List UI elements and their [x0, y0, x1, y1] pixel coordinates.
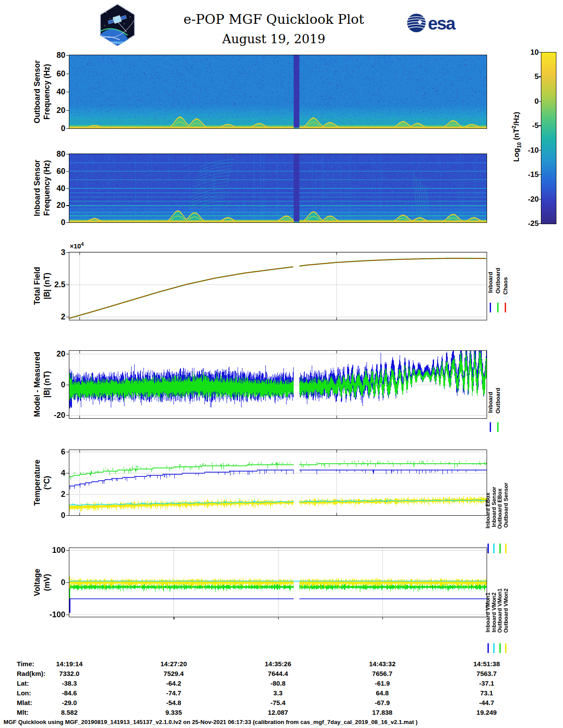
y-tick-mark — [66, 452, 69, 452]
x-tick-mark — [79, 450, 80, 453]
table-row-label-lon: Lon: — [17, 689, 31, 697]
legend-label-inboard-vmon2: Inboard VMon2 — [491, 592, 497, 632]
table-cell: -37.1 — [458, 679, 515, 687]
x-tick-mark — [336, 317, 337, 320]
y-tick-mark — [66, 171, 69, 172]
y-tick-label: 0 — [46, 218, 65, 227]
colorbar-tick-label: 10 — [524, 48, 539, 57]
table-cell: 73.1 — [458, 689, 515, 697]
y-tick-mark — [66, 55, 69, 56]
legend-label-chaos: Chaos — [502, 277, 509, 295]
table-cell: 14:35:26 — [249, 660, 307, 668]
y-tick-mark — [66, 154, 69, 154]
table-cell: 7644.4 — [249, 670, 307, 677]
table-row-label-mlt: Mlt: — [17, 709, 29, 716]
ylabel-outboard-spectrogram-1: Outboard Sensor — [33, 60, 42, 124]
legend-swatch-outboard — [497, 303, 499, 312]
inboard-spectrogram-canvas — [69, 154, 487, 222]
colorbar-tick-mark — [539, 125, 541, 126]
y-tick-mark — [66, 385, 69, 385]
table-cell: -61.9 — [354, 679, 411, 687]
footer-note: MGF Quicklook using MGF_20190819_141913_… — [4, 719, 418, 725]
table-row-label-mlat: Mlat: — [17, 699, 32, 706]
table-cell: -74.7 — [145, 689, 202, 697]
y-tick-label: 40 — [46, 87, 65, 97]
table-cell: -44.7 — [458, 699, 515, 706]
x-tick-mark — [79, 351, 80, 353]
y-tick-label: 20 — [46, 105, 65, 115]
x-tick-mark — [336, 513, 337, 515]
legend-swatch-inboard-ebox — [487, 544, 489, 553]
table-cell: 8.582 — [41, 709, 98, 716]
y-tick-mark — [66, 285, 69, 285]
y-tick-label: 40 — [46, 184, 65, 193]
y-tick-label: 2.5 — [46, 280, 65, 289]
colorbar-tick-mark — [539, 223, 541, 224]
table-cell: 3.3 — [249, 689, 307, 697]
esa-globe-icon — [407, 14, 426, 32]
ylabel-temperature-1: Temperature — [33, 460, 42, 506]
panel-inboard-spectrogram — [69, 154, 487, 223]
cassiope-mission-patch: CASSIOPE — [99, 4, 136, 46]
table-row-label-lat: Lat: — [17, 679, 29, 687]
esa-logo: esa — [406, 11, 461, 34]
panel-outboard-spectrogram — [69, 55, 487, 129]
ylabel-model-measured-1: Model - Measured — [33, 352, 42, 417]
table-row-label-time: Time: — [17, 660, 34, 668]
legend-swatch-outboard-vmon1 — [499, 643, 501, 653]
table-cell: 7563.7 — [458, 670, 515, 677]
page-title: e-POP MGF Quicklook Plot — [141, 11, 406, 27]
y-tick-label: 20 — [46, 200, 65, 210]
legend-label-outboard-vmon1: Outboard VMon1 — [497, 588, 503, 633]
y-tick-mark — [66, 354, 69, 354]
y-tick-mark — [66, 615, 69, 615]
ylabel-inboard-spectrogram-1: Inboard Sensor — [33, 160, 42, 216]
y-tick-label: 6 — [46, 447, 65, 457]
table-cell: -54.8 — [145, 699, 202, 706]
colorbar-label: Log10 (nT2/Hz) — [511, 112, 522, 161]
colorbar-tick-mark — [539, 150, 541, 150]
legend-label-outboard-vmon2: Outboard VMon2 — [503, 588, 509, 633]
y-tick-label: 20 — [46, 349, 65, 359]
legend-label-outboard: Outboard — [495, 388, 501, 414]
x-tick-mark — [336, 416, 337, 418]
legend-swatch-inboard-vmon2 — [493, 643, 495, 653]
legend-label-inboard-sensor: Inboard Sensor — [491, 487, 497, 527]
colorbar-tick-mark — [539, 52, 541, 53]
legend-label-outboard-sensor: Outboard Sensor — [503, 483, 509, 528]
table-cell: 14:19:14 — [41, 660, 98, 668]
legend-label-inboard-vmon1: Inboard VMon1 — [485, 592, 491, 632]
colorbar-tick-label: -5 — [524, 121, 539, 131]
y-tick-mark — [66, 415, 69, 416]
y-tick-mark — [66, 74, 69, 74]
table-cell: -38.3 — [41, 679, 98, 687]
x-tick-mark — [336, 450, 337, 453]
y-tick-label: 0 — [46, 124, 65, 133]
colorbar-tick-mark — [539, 101, 541, 101]
colorbar-tick-mark — [539, 76, 541, 77]
table-cell: 7656.7 — [354, 670, 411, 677]
ylabel-voltage-1: Voltage — [33, 569, 42, 596]
total-field-exponent-label: ×104 — [70, 241, 83, 250]
colorbar-tick-label: -25 — [524, 219, 539, 229]
y-tick-mark — [66, 188, 69, 189]
y-tick-mark — [66, 222, 69, 223]
table-cell: -29.0 — [41, 699, 98, 706]
y-tick-mark — [66, 205, 69, 206]
table-cell: -64.2 — [145, 679, 202, 687]
legend-swatch-inboard — [490, 303, 491, 312]
legend-swatch-outboard — [497, 422, 499, 432]
table-cell: 64.8 — [354, 689, 411, 697]
table-cell: 17.838 — [354, 709, 411, 716]
temperature-canvas — [69, 450, 487, 515]
y-tick-label: -20 — [46, 410, 65, 420]
x-tick-mark — [336, 252, 337, 255]
panel-temperature — [69, 450, 487, 516]
x-tick-mark — [174, 617, 174, 619]
colorbar-tick-mark — [539, 174, 541, 175]
model-minus-measured-canvas — [69, 351, 487, 418]
panel-voltage — [69, 548, 487, 617]
table-cell: 14:51:38 — [458, 660, 515, 668]
legend-swatch-inboard-vmon1 — [487, 643, 489, 653]
table-cell: -67.9 — [354, 699, 411, 706]
